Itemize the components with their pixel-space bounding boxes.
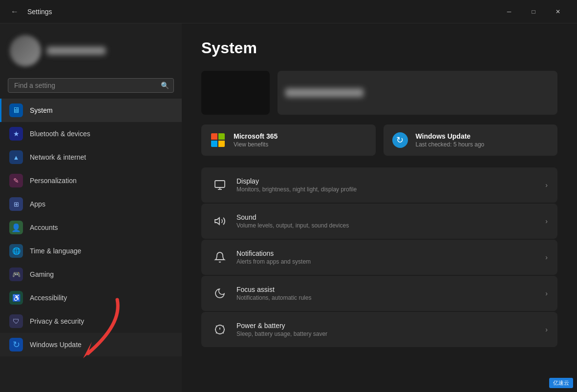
sidebar-item-label-windows-update: Windows Update (30, 341, 172, 349)
sidebar-item-windows-update[interactable]: ↻ Windows Update (0, 333, 182, 356)
wu-subtitle: Last checked: 5 hours ago (416, 141, 485, 148)
sidebar-item-label-gaming: Gaming (30, 270, 172, 278)
setting-row-display[interactable]: Display Monitors, brightness, night ligh… (201, 167, 557, 203)
search-input[interactable] (8, 78, 174, 93)
sidebar: 🔍 🖥 System ★ Bluetooth & devices ▲ Netwo… (0, 23, 182, 392)
power-battery-sub: Sleep, battery usage, battery saver (236, 330, 545, 337)
wu-title: Windows Update (416, 132, 485, 140)
svg-rect-0 (215, 181, 225, 187)
sidebar-item-label-apps: Apps (30, 200, 172, 208)
window-controls: ─ □ ✕ (498, 4, 569, 20)
minimize-button[interactable]: ─ (498, 4, 520, 20)
system-icon: 🖥 (9, 103, 23, 117)
power-battery-title: Power & battery (236, 322, 545, 330)
settings-list: Display Monitors, brightness, night ligh… (201, 167, 557, 347)
sidebar-item-label-accounts: Accounts (30, 224, 172, 231)
watermark: 亿速云 (549, 378, 573, 388)
avatar (10, 35, 41, 66)
power-battery-text: Power & battery Sleep, battery usage, ba… (236, 322, 545, 337)
pencil-icon: ✎ (9, 174, 23, 187)
sidebar-item-label-privacy: Privacy & security (30, 317, 172, 325)
sidebar-item-label-system: System (30, 106, 172, 114)
wu-circle-icon: ↻ (392, 132, 408, 148)
profile-name-blurred (47, 47, 106, 55)
sidebar-item-label-network: Network & internet (30, 153, 172, 161)
sidebar-item-accessibility[interactable]: ♿ Accessibility (0, 286, 182, 309)
maximize-button[interactable]: □ (522, 4, 545, 20)
sidebar-item-bluetooth[interactable]: ★ Bluetooth & devices (0, 122, 182, 145)
quick-card-windows-update[interactable]: ↻ Windows Update Last checked: 5 hours a… (384, 124, 558, 156)
privacy-icon: 🛡 (9, 314, 23, 328)
focus-assist-title: Focus assist (236, 286, 545, 293)
focus-assist-chevron: › (545, 289, 548, 297)
setting-row-notifications[interactable]: Notifications Alerts from apps and syste… (201, 240, 557, 275)
windows-update-icon: ↻ (9, 338, 23, 351)
display-text: Display Monitors, brightness, night ligh… (236, 177, 545, 193)
quick-cards-row: Microsoft 365 View benefits ↻ Windows Up… (201, 124, 557, 156)
notifications-text: Notifications Alerts from apps and syste… (236, 249, 545, 265)
sidebar-item-system[interactable]: 🖥 System (0, 99, 182, 122)
page-title: System (201, 39, 557, 57)
display-title: Display (236, 177, 545, 185)
sound-sub: Volume levels, output, input, sound devi… (236, 222, 545, 229)
sidebar-item-time[interactable]: 🌐 Time & language (0, 239, 182, 263)
profile-banner (201, 71, 557, 115)
search-wrap: 🔍 (0, 74, 182, 99)
titlebar: ← Settings ─ □ ✕ (0, 0, 577, 23)
setting-row-power-battery[interactable]: Power & battery Sleep, battery usage, ba… (201, 312, 557, 347)
sidebar-item-label-time: Time & language (30, 247, 172, 255)
sidebar-item-label-personalization: Personalization (30, 177, 172, 185)
setting-row-sound[interactable]: Sound Volume levels, output, input, soun… (201, 204, 557, 239)
focus-assist-sub: Notifications, automatic rules (236, 294, 545, 301)
sidebar-item-accounts[interactable]: 👤 Accounts (0, 216, 182, 239)
sound-chevron: › (545, 217, 548, 225)
sidebar-item-apps[interactable]: ⊞ Apps (0, 192, 182, 216)
close-button[interactable]: ✕ (547, 4, 569, 20)
sidebar-item-label-bluetooth: Bluetooth & devices (30, 130, 172, 138)
main-content: System Microsoft 3 (182, 23, 577, 392)
gaming-icon: 🎮 (9, 268, 23, 281)
sidebar-item-gaming[interactable]: 🎮 Gaming (0, 263, 182, 286)
sidebar-item-personalization[interactable]: ✎ Personalization (0, 169, 182, 192)
back-icon: ← (11, 7, 19, 16)
notifications-icon (211, 248, 229, 266)
display-icon (211, 176, 229, 194)
sidebar-item-label-accessibility: Accessibility (30, 294, 172, 302)
display-sub: Monitors, brightness, night light, displ… (236, 186, 545, 193)
power-battery-icon (211, 321, 229, 338)
sidebar-item-network[interactable]: ▲ Network & internet (0, 145, 182, 169)
profile-info-blurred (285, 88, 363, 97)
accessibility-icon: ♿ (9, 291, 23, 305)
apps-icon: ⊞ (9, 197, 23, 211)
sound-title: Sound (236, 213, 545, 221)
sidebar-profile (0, 23, 182, 74)
bluetooth-icon: ★ (9, 127, 23, 141)
quick-card-ms365[interactable]: Microsoft 365 View benefits (201, 124, 376, 156)
windows-update-card-icon: ↻ (391, 131, 409, 149)
back-button[interactable]: ← (8, 5, 21, 19)
notifications-sub: Alerts from apps and system (236, 258, 545, 265)
sound-text: Sound Volume levels, output, input, soun… (236, 213, 545, 229)
time-icon: 🌐 (9, 244, 23, 258)
setting-row-focus-assist[interactable]: Focus assist Notifications, automatic ru… (201, 276, 557, 311)
notifications-chevron: › (545, 253, 548, 261)
profile-info-card (278, 71, 557, 115)
ms365-title: Microsoft 365 (234, 132, 278, 140)
nav-list: 🖥 System ★ Bluetooth & devices ▲ Network… (0, 99, 182, 356)
wu-text: Windows Update Last checked: 5 hours ago (416, 132, 485, 148)
sidebar-item-privacy[interactable]: 🛡 Privacy & security (0, 309, 182, 333)
ms365-icon (209, 131, 227, 149)
svg-marker-3 (215, 218, 219, 225)
display-chevron: › (545, 181, 548, 189)
notifications-title: Notifications (236, 249, 545, 257)
sound-icon (211, 212, 229, 230)
ms365-text: Microsoft 365 View benefits (234, 132, 278, 148)
accounts-icon: 👤 (9, 221, 23, 234)
ms365-subtitle: View benefits (234, 141, 278, 148)
focus-assist-text: Focus assist Notifications, automatic ru… (236, 286, 545, 301)
wifi-icon: ▲ (9, 150, 23, 164)
app-layout: 🔍 🖥 System ★ Bluetooth & devices ▲ Netwo… (0, 23, 577, 392)
focus-assist-icon (211, 285, 229, 302)
app-title: Settings (27, 8, 52, 16)
profile-image-card (201, 71, 270, 115)
